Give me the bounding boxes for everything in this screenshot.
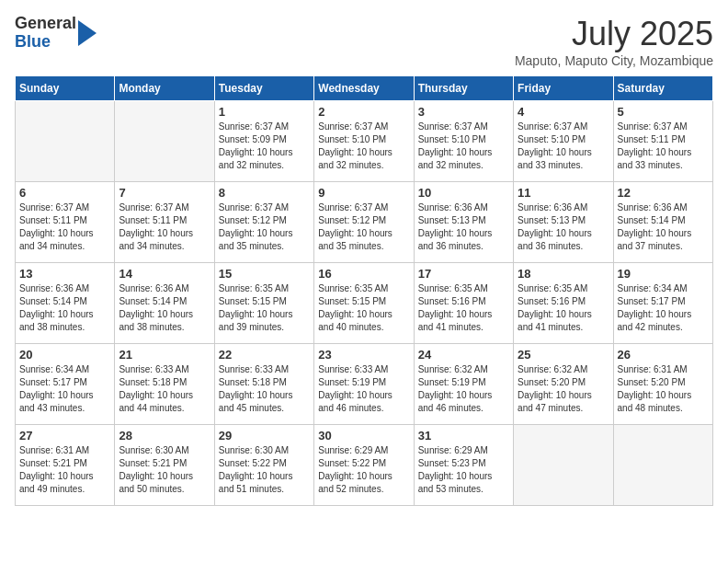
day-info: Sunrise: 6:30 AM Sunset: 5:22 PM Dayligh… xyxy=(219,444,310,496)
day-number: 7 xyxy=(119,186,210,200)
day-number: 10 xyxy=(418,186,509,200)
day-info: Sunrise: 6:29 AM Sunset: 5:23 PM Dayligh… xyxy=(418,444,509,496)
day-number: 1 xyxy=(219,105,310,119)
calendar-day-cell: 25Sunrise: 6:32 AM Sunset: 5:20 PM Dayli… xyxy=(514,344,613,425)
day-info: Sunrise: 6:36 AM Sunset: 5:13 PM Dayligh… xyxy=(418,201,509,253)
day-info: Sunrise: 6:37 AM Sunset: 5:09 PM Dayligh… xyxy=(219,121,310,172)
calendar-week-row: 6Sunrise: 6:37 AM Sunset: 5:11 PM Daylig… xyxy=(16,182,713,263)
day-info: Sunrise: 6:37 AM Sunset: 5:11 PM Dayligh… xyxy=(119,201,210,253)
svg-marker-0 xyxy=(78,20,97,46)
day-info: Sunrise: 6:37 AM Sunset: 5:10 PM Dayligh… xyxy=(418,121,509,172)
logo-icon xyxy=(78,20,97,46)
day-info: Sunrise: 6:32 AM Sunset: 5:19 PM Dayligh… xyxy=(418,363,509,415)
calendar-week-row: 27Sunrise: 6:31 AM Sunset: 5:21 PM Dayli… xyxy=(16,425,713,506)
calendar-day-cell: 28Sunrise: 6:30 AM Sunset: 5:21 PM Dayli… xyxy=(115,425,214,506)
calendar-day-cell: 1Sunrise: 6:37 AM Sunset: 5:09 PM Daylig… xyxy=(214,101,313,182)
calendar-day-cell: 21Sunrise: 6:33 AM Sunset: 5:18 PM Dayli… xyxy=(115,344,214,425)
day-number: 25 xyxy=(518,348,609,362)
day-info: Sunrise: 6:36 AM Sunset: 5:14 PM Dayligh… xyxy=(119,282,210,334)
calendar-day-cell: 23Sunrise: 6:33 AM Sunset: 5:19 PM Dayli… xyxy=(314,344,414,425)
day-of-week-header: Monday xyxy=(115,76,214,101)
logo-general: General xyxy=(15,15,76,33)
day-info: Sunrise: 6:35 AM Sunset: 5:15 PM Dayligh… xyxy=(219,282,310,334)
calendar-day-cell: 27Sunrise: 6:31 AM Sunset: 5:21 PM Dayli… xyxy=(16,425,115,506)
day-info: Sunrise: 6:37 AM Sunset: 5:12 PM Dayligh… xyxy=(318,201,409,253)
calendar-day-cell: 15Sunrise: 6:35 AM Sunset: 5:15 PM Dayli… xyxy=(214,263,313,344)
calendar-day-cell: 9Sunrise: 6:37 AM Sunset: 5:12 PM Daylig… xyxy=(314,182,414,263)
day-info: Sunrise: 6:36 AM Sunset: 5:14 PM Dayligh… xyxy=(19,282,110,334)
calendar-day-cell: 26Sunrise: 6:31 AM Sunset: 5:20 PM Dayli… xyxy=(613,344,712,425)
calendar-day-cell: 4Sunrise: 6:37 AM Sunset: 5:10 PM Daylig… xyxy=(514,101,613,182)
calendar-day-cell xyxy=(514,425,613,506)
day-number: 18 xyxy=(518,267,609,281)
day-of-week-header: Wednesday xyxy=(314,76,414,101)
page-header: General Blue July 2025 Maputo, Maputo Ci… xyxy=(15,15,713,68)
location-subtitle: Maputo, Maputo City, Mozambique xyxy=(515,53,713,68)
day-info: Sunrise: 6:35 AM Sunset: 5:15 PM Dayligh… xyxy=(318,282,409,334)
day-info: Sunrise: 6:36 AM Sunset: 5:14 PM Dayligh… xyxy=(618,201,709,253)
calendar-week-row: 20Sunrise: 6:34 AM Sunset: 5:17 PM Dayli… xyxy=(16,344,713,425)
logo: General Blue xyxy=(15,15,97,52)
day-number: 26 xyxy=(618,348,709,362)
day-number: 23 xyxy=(318,348,409,362)
day-number: 30 xyxy=(318,429,409,442)
day-number: 19 xyxy=(618,267,709,281)
day-info: Sunrise: 6:33 AM Sunset: 5:18 PM Dayligh… xyxy=(119,363,210,415)
day-info: Sunrise: 6:32 AM Sunset: 5:20 PM Dayligh… xyxy=(518,363,609,415)
calendar-day-cell: 8Sunrise: 6:37 AM Sunset: 5:12 PM Daylig… xyxy=(214,182,313,263)
calendar-day-cell: 22Sunrise: 6:33 AM Sunset: 5:18 PM Dayli… xyxy=(214,344,313,425)
day-number: 24 xyxy=(418,348,509,362)
day-number: 8 xyxy=(219,186,310,200)
day-info: Sunrise: 6:34 AM Sunset: 5:17 PM Dayligh… xyxy=(19,363,110,415)
calendar-day-cell: 24Sunrise: 6:32 AM Sunset: 5:19 PM Dayli… xyxy=(414,344,513,425)
calendar-day-cell: 30Sunrise: 6:29 AM Sunset: 5:22 PM Dayli… xyxy=(314,425,414,506)
day-number: 22 xyxy=(219,348,310,362)
day-info: Sunrise: 6:37 AM Sunset: 5:10 PM Dayligh… xyxy=(518,121,609,172)
day-number: 5 xyxy=(618,105,709,119)
logo-blue: Blue xyxy=(15,33,76,52)
day-number: 28 xyxy=(119,429,210,442)
calendar-day-cell xyxy=(613,425,712,506)
day-number: 16 xyxy=(318,267,409,281)
day-number: 14 xyxy=(119,267,210,281)
month-title: July 2025 xyxy=(515,15,713,53)
calendar-week-row: 13Sunrise: 6:36 AM Sunset: 5:14 PM Dayli… xyxy=(16,263,713,344)
day-info: Sunrise: 6:37 AM Sunset: 5:11 PM Dayligh… xyxy=(618,121,709,172)
day-info: Sunrise: 6:33 AM Sunset: 5:18 PM Dayligh… xyxy=(219,363,310,415)
day-info: Sunrise: 6:36 AM Sunset: 5:13 PM Dayligh… xyxy=(518,201,609,253)
day-number: 15 xyxy=(219,267,310,281)
day-number: 21 xyxy=(119,348,210,362)
calendar-day-cell: 3Sunrise: 6:37 AM Sunset: 5:10 PM Daylig… xyxy=(414,101,513,182)
day-info: Sunrise: 6:37 AM Sunset: 5:11 PM Dayligh… xyxy=(19,201,110,253)
day-number: 4 xyxy=(518,105,609,119)
calendar-week-row: 1Sunrise: 6:37 AM Sunset: 5:09 PM Daylig… xyxy=(16,101,713,182)
day-number: 6 xyxy=(19,186,110,200)
day-info: Sunrise: 6:37 AM Sunset: 5:10 PM Dayligh… xyxy=(318,121,409,172)
calendar-day-cell: 17Sunrise: 6:35 AM Sunset: 5:16 PM Dayli… xyxy=(414,263,513,344)
day-number: 3 xyxy=(418,105,509,119)
day-info: Sunrise: 6:30 AM Sunset: 5:21 PM Dayligh… xyxy=(119,444,210,496)
day-info: Sunrise: 6:35 AM Sunset: 5:16 PM Dayligh… xyxy=(418,282,509,334)
calendar-day-cell: 12Sunrise: 6:36 AM Sunset: 5:14 PM Dayli… xyxy=(613,182,712,263)
calendar-table: SundayMondayTuesdayWednesdayThursdayFrid… xyxy=(15,75,713,506)
calendar-day-cell: 6Sunrise: 6:37 AM Sunset: 5:11 PM Daylig… xyxy=(16,182,115,263)
calendar-day-cell: 11Sunrise: 6:36 AM Sunset: 5:13 PM Dayli… xyxy=(514,182,613,263)
day-info: Sunrise: 6:31 AM Sunset: 5:20 PM Dayligh… xyxy=(618,363,709,415)
calendar-day-cell: 16Sunrise: 6:35 AM Sunset: 5:15 PM Dayli… xyxy=(314,263,414,344)
day-number: 17 xyxy=(418,267,509,281)
day-of-week-header: Tuesday xyxy=(214,76,313,101)
calendar-day-cell: 7Sunrise: 6:37 AM Sunset: 5:11 PM Daylig… xyxy=(115,182,214,263)
day-number: 20 xyxy=(19,348,110,362)
day-number: 31 xyxy=(418,429,509,442)
title-area: July 2025 Maputo, Maputo City, Mozambiqu… xyxy=(515,15,713,68)
day-info: Sunrise: 6:34 AM Sunset: 5:17 PM Dayligh… xyxy=(618,282,709,334)
calendar-day-cell: 29Sunrise: 6:30 AM Sunset: 5:22 PM Dayli… xyxy=(214,425,313,506)
day-of-week-header: Thursday xyxy=(414,76,513,101)
calendar-day-cell xyxy=(115,101,214,182)
day-info: Sunrise: 6:29 AM Sunset: 5:22 PM Dayligh… xyxy=(318,444,409,496)
day-number: 11 xyxy=(518,186,609,200)
calendar-day-cell: 31Sunrise: 6:29 AM Sunset: 5:23 PM Dayli… xyxy=(414,425,513,506)
day-of-week-header: Saturday xyxy=(613,76,712,101)
calendar-header-row: SundayMondayTuesdayWednesdayThursdayFrid… xyxy=(16,76,713,101)
calendar-day-cell: 18Sunrise: 6:35 AM Sunset: 5:16 PM Dayli… xyxy=(514,263,613,344)
